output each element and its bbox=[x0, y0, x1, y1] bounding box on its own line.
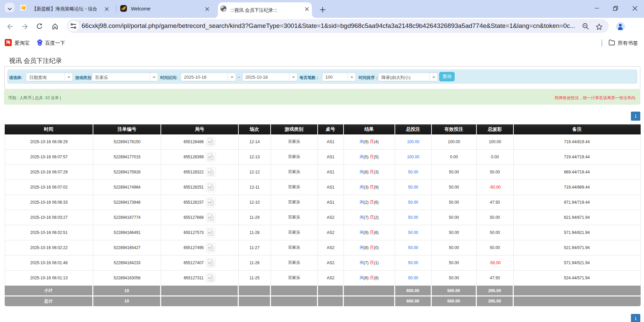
svg-text:du: du bbox=[38, 42, 41, 45]
